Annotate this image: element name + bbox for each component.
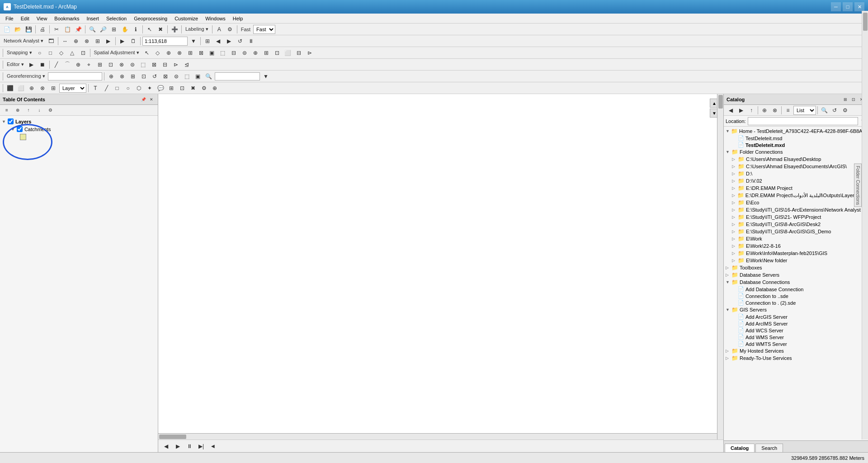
catalog-tree-item[interactable]: ▷📁D:\V.02 — [725, 177, 867, 184]
na-btn3[interactable]: ⊗ — [82, 37, 92, 46]
menu-bookmarks[interactable]: Bookmarks — [51, 15, 83, 22]
catalog-tree-item[interactable]: ▼📁Folder Connections — [725, 148, 867, 156]
cat-disconnect-btn[interactable]: ⊗ — [770, 106, 780, 115]
georef-btn5[interactable]: ↺ — [150, 72, 160, 81]
ed-play-btn[interactable]: ▶ — [27, 60, 37, 69]
catalog-tree-item[interactable]: ▷📁D:\ — [725, 170, 867, 177]
ann-btn2[interactable]: ⬜ — [16, 84, 26, 93]
draw-btn5[interactable]: ⊞ — [95, 60, 105, 69]
minimize-button[interactable]: ─ — [831, 2, 841, 11]
catalog-tree-item[interactable]: ▷📁E\Work — [725, 235, 867, 242]
ungroup-btn[interactable]: ⊡ — [177, 84, 187, 93]
catalog-tree-item[interactable]: ▷📁E:\Study\ITI_GIS\16-ArcExtensions\Netw… — [725, 206, 867, 213]
draw-btn4[interactable]: ⌖ — [84, 60, 94, 69]
map-prev-btn[interactable]: ◀ — [161, 442, 171, 451]
na-btn4[interactable]: ⊞ — [93, 37, 103, 46]
save-btn[interactable]: 💾 — [24, 25, 33, 34]
zoom-out-btn[interactable]: 🔎 — [98, 25, 108, 34]
callout-btn[interactable]: 💬 — [156, 84, 165, 93]
select-btn[interactable]: ↖ — [145, 25, 155, 34]
catalog-tree-item[interactable]: 📄Add ArcGIS Server — [725, 313, 867, 320]
map-arrow-btn[interactable]: ◀ — [208, 442, 218, 451]
draw-btn10[interactable]: ⊠ — [149, 60, 159, 69]
draw-btn1[interactable]: ╱ — [52, 60, 61, 69]
catalog-tree-item[interactable]: ▷📁My Hosted Services — [725, 347, 867, 354]
catalog-tab[interactable]: Catalog — [725, 444, 755, 452]
ann-btn3[interactable]: ⊕ — [27, 84, 37, 93]
georef-btn9[interactable]: ▣ — [193, 72, 203, 81]
catalog-tree-item[interactable]: ▷📁E:\DR.EMAM Project — [725, 184, 867, 192]
map-vscroll-thumb[interactable] — [718, 95, 723, 109]
na-btn1[interactable]: ↔ — [60, 37, 70, 46]
catalog-tree-item[interactable]: ▷📁Toolboxes — [725, 264, 867, 271]
scale-zoom-btn[interactable]: ▼ — [189, 37, 198, 46]
open-btn[interactable]: 📂 — [13, 25, 23, 34]
ann-btn4[interactable]: ⊗ — [38, 84, 47, 93]
na-directions-btn[interactable]: 🗒 — [128, 37, 138, 46]
toc-pin-btn[interactable]: 📌 — [140, 96, 147, 103]
sa-btn4[interactable]: ⊗ — [175, 48, 184, 57]
catalog-tree-item[interactable]: 📄Add WMS Server — [725, 334, 867, 340]
draw-btn8[interactable]: ⊜ — [127, 60, 137, 69]
georef-input[interactable] — [48, 72, 102, 80]
layers-group[interactable]: ▼ Layers — [2, 118, 156, 125]
draw-btn2[interactable]: ⌒ — [62, 60, 72, 69]
menu-windows[interactable]: Windows — [202, 15, 229, 22]
snap-end-btn[interactable]: △ — [67, 48, 77, 57]
add-data-btn[interactable]: ➕ — [170, 25, 179, 34]
zoom-prev-btn[interactable]: ◀ — [213, 37, 223, 46]
catalog-tree-item[interactable]: ▷📁Ready-To-Use Services — [725, 354, 867, 362]
map-next-btn[interactable]: ▶ — [173, 442, 183, 451]
draw-btn3[interactable]: ⊕ — [73, 60, 83, 69]
menu-file[interactable]: File — [2, 15, 17, 22]
zoom-next-btn[interactable]: ▶ — [224, 37, 234, 46]
sa-btn14[interactable]: ⬜ — [283, 48, 293, 57]
editor-label[interactable]: Editor ▾ — [5, 61, 26, 67]
catalog-tree-item[interactable]: 📄TestDeleteit.mxd — [725, 142, 867, 148]
catalog-tree-item[interactable]: 📄Connection to ..sde — [725, 293, 867, 299]
cut-btn[interactable]: ✂ — [52, 25, 61, 34]
draw-btn12[interactable]: ⊳ — [171, 60, 181, 69]
mark-btn[interactable]: ✦ — [145, 84, 155, 93]
draw-btn7[interactable]: ⊗ — [117, 60, 127, 69]
layers-visibility-check[interactable] — [8, 118, 14, 124]
ed-stop-btn[interactable]: ⏹ — [38, 60, 47, 69]
group-btn[interactable]: ⊞ — [166, 84, 176, 93]
toc-close-btn[interactable]: ✕ — [148, 96, 155, 103]
full-extent-btn[interactable]: ⊞ — [203, 37, 212, 46]
ann-btn1[interactable]: ⬛ — [5, 84, 15, 93]
georef-search-input[interactable] — [215, 72, 260, 80]
toc-up-btn[interactable]: ↑ — [24, 106, 33, 115]
toc-options-btn[interactable]: ⚙ — [45, 106, 55, 115]
sa-btn9[interactable]: ⊟ — [229, 48, 239, 57]
menu-view[interactable]: View — [33, 15, 51, 22]
georef-search-btn[interactable]: 🔍 — [204, 72, 214, 81]
georef-btn2[interactable]: ⊗ — [117, 72, 127, 81]
sa-btn10[interactable]: ⊜ — [240, 48, 250, 57]
map-pause-btn[interactable]: ⏸ — [184, 442, 194, 451]
sa-btn8[interactable]: ⬚ — [218, 48, 228, 57]
catalog-tree-item[interactable]: ▼📁Database Connections — [725, 279, 867, 286]
toc-new-group-btn[interactable]: ⊕ — [13, 106, 23, 115]
snap-vertex-btn[interactable]: ◇ — [57, 48, 66, 57]
catalog-tree-item[interactable]: ▷📁C:\Users\Ahmad Elsayed\Desktop — [725, 156, 867, 163]
search-tab[interactable]: Search — [755, 444, 783, 452]
layer-dropdown[interactable]: Layer — [59, 84, 86, 93]
georef-btn3[interactable]: ⊞ — [128, 72, 138, 81]
sa-btn7[interactable]: ▣ — [207, 48, 217, 57]
georef-btn7[interactable]: ⊜ — [171, 72, 181, 81]
snap-point-btn[interactable]: ○ — [35, 48, 45, 57]
cat-options-btn[interactable]: ⚙ — [840, 106, 850, 115]
catalog-tree-item[interactable]: ▷📁E\Eco — [725, 199, 867, 206]
sa-btn3[interactable]: ⊕ — [164, 48, 174, 57]
map-vscroll[interactable] — [717, 94, 723, 439]
cat-connect-btn[interactable]: ⊕ — [760, 106, 769, 115]
na-solve-btn[interactable]: ▶ — [118, 37, 127, 46]
close-button[interactable]: ✕ — [854, 2, 864, 11]
menu-edit[interactable]: Edit — [17, 15, 33, 22]
cat-forward-btn[interactable]: ▶ — [736, 106, 746, 115]
poly-btn[interactable]: ⬡ — [134, 84, 144, 93]
draw-btn9[interactable]: ⬚ — [138, 60, 148, 69]
draw-btn6[interactable]: ⊡ — [106, 60, 116, 69]
georef-btn4[interactable]: ⊡ — [139, 72, 149, 81]
